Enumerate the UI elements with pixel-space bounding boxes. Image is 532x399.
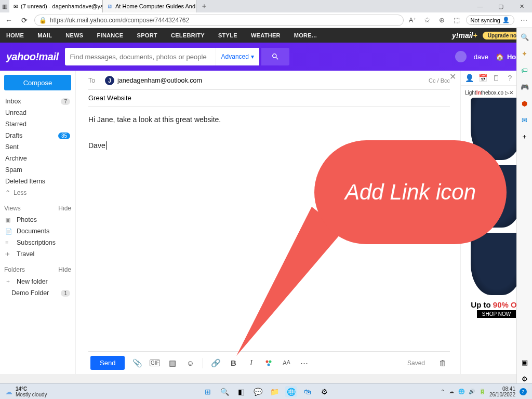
more-formatting-icon[interactable]: ⋯ [299, 358, 309, 368]
italic-icon[interactable]: I [246, 358, 256, 367]
emoji-icon[interactable]: ☺ [185, 358, 195, 367]
view-subscriptions[interactable]: ≡Subscriptions [4, 237, 71, 248]
browser-tab-active[interactable]: ✉ (7 unread) - dagenhamdave@ya ✕ [9, 0, 103, 12]
yahoo-mail-logo[interactable]: yahoo!mail [6, 51, 59, 63]
collections-icon[interactable]: ⊕ [437, 15, 447, 25]
edge-settings-icon[interactable]: ⚙ [520, 374, 529, 383]
advanced-search[interactable]: Advanced ▾ [216, 48, 259, 65]
folder-drafts[interactable]: Drafts35 [4, 130, 71, 141]
onedrive-icon[interactable]: ☁ [449, 389, 454, 394]
system-tray[interactable]: ⌃ ☁ 🌐 🔊 🔋 08:41 26/10/2022 2 [441, 386, 527, 397]
search-input[interactable] [65, 48, 216, 65]
refresh-button[interactable]: ⟳ [19, 15, 30, 26]
view-travel[interactable]: ✈Travel [4, 248, 71, 260]
nav-finance[interactable]: FINANCE [97, 32, 124, 38]
store-icon[interactable]: 🛍 [302, 386, 313, 397]
volume-icon[interactable]: 🔊 [469, 389, 475, 394]
link-icon[interactable]: 🔗 [210, 358, 221, 368]
settings-app-icon[interactable]: ⚙ [318, 386, 330, 397]
folder-starred[interactable]: Starred [4, 118, 71, 130]
folder-demo[interactable]: Demo Folder1 [4, 287, 71, 299]
edge-outlook-icon[interactable]: ✉ [520, 115, 529, 125]
gif-icon[interactable]: GIF [150, 360, 160, 366]
folder-sent[interactable]: Sent [4, 141, 71, 153]
start-button[interactable]: ⊞ [202, 386, 214, 397]
browser-tab[interactable]: 🖥 At Home Computer Guides And ✕ [103, 0, 196, 12]
tab-actions-button[interactable]: ▥ [2, 3, 7, 10]
taskview-icon[interactable]: ◧ [235, 386, 247, 397]
edge-icon[interactable]: 🌐 [285, 386, 297, 397]
contacts-icon[interactable]: 👤 [465, 74, 474, 82]
username[interactable]: dave [474, 53, 488, 61]
nav-more[interactable]: MORE... [294, 32, 317, 38]
new-tab-button[interactable]: ＋ [196, 2, 212, 11]
clock[interactable]: 08:41 26/10/2022 [489, 386, 515, 397]
folder-spam[interactable]: Spam [4, 164, 71, 176]
cc-bcc-toggle[interactable]: Cc / Bcc [429, 77, 450, 84]
folder-deleted[interactable]: Deleted Items [4, 176, 71, 187]
battery-icon[interactable]: 🔋 [479, 389, 485, 394]
message-body[interactable]: Hi Jane, take a look at this great websi… [88, 107, 450, 351]
windows-taskbar: ☁ 14°C Mostly cloudy ⊞ 🔍 ◧ 💬 📁 🌐 🛍 ⚙ ⌃ ☁… [0, 383, 532, 399]
send-button[interactable]: Send [90, 356, 125, 370]
back-button[interactable]: ← [3, 15, 15, 26]
folders-hide[interactable]: Hide [58, 266, 71, 273]
read-aloud-icon[interactable]: A⁺ [408, 15, 418, 25]
calendar-icon[interactable]: 📅 [478, 74, 488, 82]
minimize-button[interactable]: — [470, 0, 490, 12]
edge-games-icon[interactable]: 🎮 [520, 82, 529, 91]
new-folder-button[interactable]: ＋New folder [4, 275, 71, 287]
help-icon[interactable]: ? [505, 74, 514, 82]
menu-icon[interactable]: ⋯ [518, 15, 529, 25]
avatar[interactable] [455, 51, 467, 62]
text-color-icon[interactable] [263, 360, 274, 367]
attach-icon[interactable]: 📎 [132, 358, 142, 368]
edge-plus-icon[interactable]: ＋ [520, 132, 529, 141]
edge-tools-icon[interactable]: 🏷 [520, 65, 529, 75]
font-size-icon[interactable]: AA [281, 360, 291, 367]
view-photos[interactable]: ▣Photos [4, 214, 71, 225]
stationery-icon[interactable]: ▥ [167, 358, 178, 368]
edge-shopping-icon[interactable]: ✦ [520, 49, 529, 58]
nav-celebrity[interactable]: CELEBRITY [171, 32, 205, 38]
network-icon[interactable]: 🌐 [458, 389, 464, 394]
maximize-button[interactable]: ▢ [490, 0, 511, 12]
search-button[interactable] [261, 48, 289, 65]
folder-archive[interactable]: Archive [4, 153, 71, 164]
ad-shop-button[interactable]: SHOP NOW [477, 310, 516, 318]
nav-style[interactable]: STYLE [218, 32, 237, 38]
travel-icon: ✈ [5, 251, 12, 258]
nav-home[interactable]: HOME [6, 32, 24, 38]
nav-sport[interactable]: SPORT [137, 32, 157, 38]
weather-widget[interactable]: ☁ 14°C Mostly cloudy [5, 386, 47, 397]
nav-news[interactable]: NEWS [65, 32, 83, 38]
close-compose-icon[interactable]: ✕ [449, 72, 456, 82]
subject-field[interactable]: Great Website [88, 90, 450, 107]
favorite-icon[interactable]: ✩ [422, 15, 433, 25]
edge-hide-icon[interactable]: ▣ [520, 357, 529, 367]
view-documents[interactable]: 📄Documents [4, 225, 71, 237]
sync-button[interactable]: Not syncing 👤 [466, 15, 514, 25]
nav-weather[interactable]: WEATHER [251, 32, 281, 38]
recipient-chip[interactable]: J janedagenham@outlook.com [105, 76, 202, 85]
tray-chevron-icon[interactable]: ⌃ [441, 389, 445, 394]
nav-mail[interactable]: MAIL [37, 32, 52, 38]
notifications-icon[interactable]: 2 [520, 388, 527, 395]
folder-inbox[interactable]: Inbox7 [4, 96, 71, 107]
edge-search-icon[interactable]: 🔍 [520, 32, 529, 42]
less-toggle[interactable]: ⌃Less [4, 187, 71, 198]
edge-office-icon[interactable]: ⬢ [520, 99, 529, 108]
bold-icon[interactable]: B [228, 358, 238, 367]
address-bar[interactable]: 🔒 https://uk.mail.yahoo.com/d/compose/74… [34, 15, 404, 26]
notepad-icon[interactable]: 🗒 [491, 74, 501, 82]
delete-draft-icon[interactable]: 🗑 [437, 358, 448, 367]
saved-status: Saved [407, 360, 425, 367]
folder-unread[interactable]: Unread [4, 107, 71, 118]
extensions-icon[interactable]: ⬚ [451, 15, 462, 25]
compose-button[interactable]: Compose [4, 75, 71, 90]
taskbar-search-icon[interactable]: 🔍 [219, 386, 230, 397]
chat-icon[interactable]: 💬 [252, 386, 263, 397]
views-hide[interactable]: Hide [58, 205, 71, 212]
explorer-icon[interactable]: 📁 [269, 386, 280, 397]
close-window-button[interactable]: ✕ [511, 0, 532, 12]
